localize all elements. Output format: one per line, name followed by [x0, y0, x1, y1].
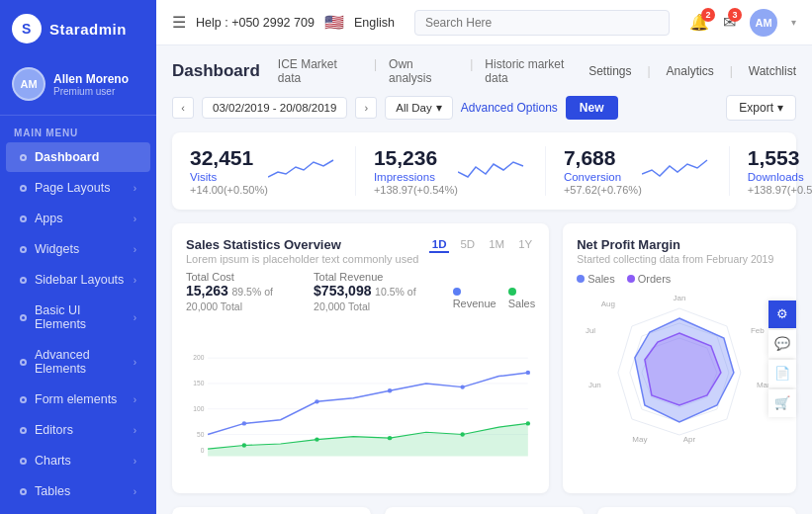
sidebar-item-widgets[interactable]: Widgets › [6, 234, 150, 264]
notifications-button[interactable]: 🔔 2 [689, 13, 709, 32]
export-button[interactable]: Export ▾ [726, 95, 796, 121]
chart-tab-1m[interactable]: 1M [486, 237, 507, 253]
sidebar-item-sidebar-layouts[interactable]: Sidebar Layouts › [6, 265, 150, 295]
sidebar-item-advanced-elements[interactable]: Advanced Elements › [6, 340, 150, 384]
topbar-language[interactable]: English [354, 16, 395, 30]
svg-point-16 [315, 437, 318, 441]
svg-marker-14 [208, 423, 528, 456]
svg-point-17 [388, 436, 392, 440]
net-profit-title: Net Profit Margin [577, 237, 782, 252]
hamburger-icon[interactable]: ☰ [172, 13, 186, 32]
sidebar-item-dashboard[interactable]: Dashboard [6, 142, 150, 172]
sidebar-item-left: Advanced Elements [20, 348, 134, 376]
dashboard-tabs: ICE Market data | Own analysis | Histori… [278, 57, 588, 85]
svg-text:May: May [633, 435, 648, 444]
sidebar-item-label: Page Layouts [35, 181, 110, 195]
sidebar-item-label: Charts [35, 454, 71, 468]
cart-float-button[interactable]: 🛒 [768, 389, 796, 417]
total-revenue-stat: Total Revenue $753,098 10.5% of 20,000 T… [314, 271, 433, 313]
sidebar-logo[interactable]: S Staradmin [0, 0, 156, 57]
sidebar-item-left: Editors [20, 423, 73, 437]
document-float-button[interactable]: 📄 [768, 360, 796, 387]
net-profit-subtitle: Started collecting data from February 20… [577, 253, 782, 265]
search-container [414, 10, 670, 36]
chevron-right-icon: › [134, 486, 136, 497]
tab-historic[interactable]: Historic market data [485, 57, 588, 85]
sidebar-item-editors[interactable]: Editors › [6, 415, 150, 445]
sidebar-item-label: Editors [35, 423, 73, 437]
user-dropdown-icon[interactable]: ▾ [791, 17, 796, 28]
chevron-right-icon: › [134, 312, 136, 323]
profile-name: Allen Moreno [53, 72, 129, 86]
sidebar-item-dot [20, 359, 27, 366]
sidebar-item-popups[interactable]: Popups › [6, 507, 150, 514]
chart-tab-1d[interactable]: 1D [429, 237, 450, 253]
sales-line-chart: 200 150 100 50 0 [186, 323, 535, 476]
chart-stats-row: Total Cost 15,263 89.5% of 20,000 Total … [186, 271, 535, 313]
chart-legend: Revenue Sales [453, 286, 536, 309]
svg-text:50: 50 [197, 431, 205, 438]
svg-text:150: 150 [193, 380, 204, 386]
main-area: ☰ Help : +050 2992 709 🇺🇸 English 🔔 2 ✉ … [156, 0, 812, 514]
date-range[interactable]: 03/02/2019 - 20/08/2019 [202, 97, 347, 119]
svg-text:Jan: Jan [674, 294, 686, 302]
website-audience-card: Website Audience Metrics [597, 507, 796, 514]
messages-badge: 3 [728, 8, 742, 22]
sidebar-section-label: Main Menu [0, 122, 156, 141]
sidebar-item-apps[interactable]: Apps › [6, 204, 150, 233]
net-profit-card: Net Profit Margin Started collecting dat… [563, 223, 796, 493]
tab-own-analysis[interactable]: Own analysis [389, 57, 458, 85]
chart-tab-5d[interactable]: 5D [457, 237, 478, 253]
stat-visits: 32,451 Visits +14.00(+0.50%) [172, 146, 356, 196]
svg-text:Aug: Aug [601, 300, 615, 308]
sidebar-item-page-layouts[interactable]: Page Layouts › [6, 173, 150, 203]
sidebar-item-label: Form elements [35, 392, 117, 406]
chart-tab-1y[interactable]: 1Y [515, 237, 535, 253]
prev-date-button[interactable]: ‹ [172, 97, 194, 119]
settings-link[interactable]: Settings [588, 64, 631, 78]
sidebar-item-form-elements[interactable]: Form elements › [6, 385, 150, 414]
new-button[interactable]: New [566, 96, 618, 120]
advanced-options-link[interactable]: Advanced Options [461, 101, 558, 115]
sidebar: S Staradmin AM Allen Moreno Premium user… [0, 0, 156, 514]
content-area: Dashboard ICE Market data | Own analysis… [156, 45, 812, 514]
notifications-badge: 2 [701, 8, 715, 22]
chevron-right-icon: › [134, 244, 136, 255]
gear-float-button[interactable]: ⚙ [768, 300, 796, 328]
tab-ice-market[interactable]: ICE Market data [278, 57, 362, 85]
sidebar-item-dot [20, 185, 27, 192]
flag-icon: 🇺🇸 [324, 13, 344, 32]
charts-row: Sales Statistics Overview Lorem ipsum is… [172, 223, 796, 493]
sidebar-item-charts[interactable]: Charts › [6, 446, 150, 475]
messages-button[interactable]: ✉ 3 [723, 13, 736, 32]
watchlist-link[interactable]: Watchlist [749, 64, 796, 78]
sidebar-item-tables[interactable]: Tables › [6, 476, 150, 506]
svg-point-19 [526, 421, 530, 425]
sidebar-profile[interactable]: AM Allen Moreno Premium user [0, 57, 156, 116]
user-avatar-button[interactable]: AM [750, 9, 777, 37]
chevron-right-icon: › [134, 456, 136, 467]
sidebar-item-label: Tables [35, 484, 70, 498]
chevron-right-icon: › [134, 394, 136, 405]
chat-float-button[interactable]: 💬 [768, 330, 796, 358]
sidebar-item-dot [20, 277, 27, 284]
sidebar-item-basic-ui[interactable]: Basic UI Elements › [6, 296, 150, 339]
total-revenue-card: Total Revenue +1.37% [172, 507, 371, 514]
stat-impressions: 15,236 Impressions +138.97(+0.54%) [356, 146, 546, 196]
svg-point-10 [315, 399, 318, 403]
dashboard-header: Dashboard ICE Market data | Own analysis… [172, 57, 796, 85]
analytics-link[interactable]: Analytics [667, 64, 714, 78]
topbar-icons: 🔔 2 ✉ 3 AM ▾ [689, 9, 796, 37]
sidebar-item-label: Widgets [35, 242, 79, 256]
sidebar-item-label: Basic UI Elements [35, 303, 134, 331]
sidebar-nav: Dashboard Page Layouts › Apps › Widgets … [0, 141, 156, 514]
sidebar-item-left: Charts [20, 454, 71, 468]
sidebar-item-left: Page Layouts [20, 181, 110, 195]
sidebar-item-left: Tables [20, 484, 70, 498]
svg-point-12 [460, 385, 464, 388]
time-filter-dropdown[interactable]: All Day ▾ [385, 96, 452, 120]
page-title: Dashboard [172, 61, 260, 81]
next-date-button[interactable]: › [355, 97, 377, 119]
logo-icon: S [12, 14, 42, 43]
search-input[interactable] [414, 10, 670, 36]
